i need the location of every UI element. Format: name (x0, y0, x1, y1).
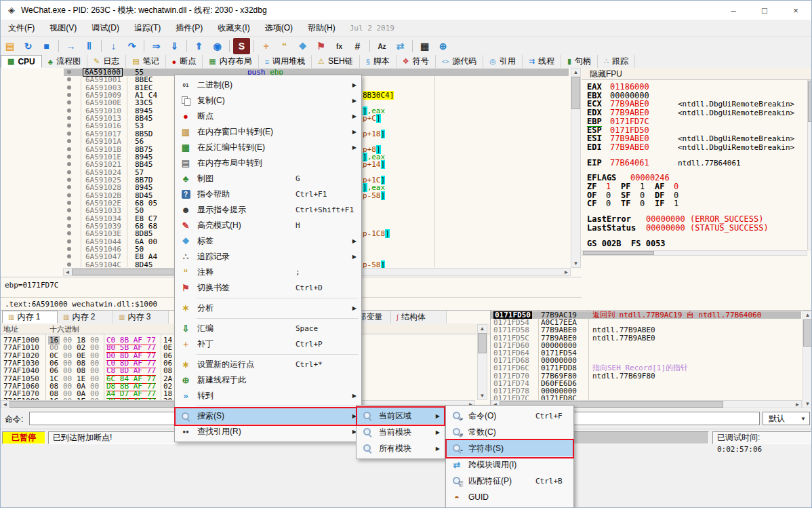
register-row[interactable]: EBP0171FD7C (582, 117, 805, 126)
breakpoint-gutter-dot[interactable] (67, 109, 71, 113)
menu-item-在内存布局中转到[interactable]: ▤在内存布局中转到 (175, 155, 361, 171)
calls-icon[interactable]: ⇄ (392, 38, 409, 54)
menu-item-显示指令提示[interactable]: ☻显示指令提示Ctrl+Shift+F1 (175, 202, 361, 218)
menubar-item-3[interactable]: 追踪(T) (127, 20, 168, 37)
breakpoint-gutter-dot[interactable] (67, 178, 71, 182)
menu-item-转到[interactable]: »转到▶ (175, 388, 361, 404)
label-icon[interactable]: ❖ (294, 38, 311, 54)
calculator-icon[interactable]: ▦ (416, 38, 433, 54)
execute-till-return-icon[interactable]: ⇒ (148, 38, 165, 54)
breakpoint-gutter-dot[interactable] (67, 132, 71, 136)
function-icon[interactable]: fx (331, 38, 348, 54)
register-row[interactable]: OF0SF0DF0 (582, 191, 805, 200)
menu-item-跨模块调用(I)[interactable]: ⇄跨模块调用(I) (446, 456, 573, 473)
disasm-vertical-scrollbar-thumb[interactable] (571, 77, 580, 109)
tab-内存布局[interactable]: ▦内存布局 (203, 55, 258, 68)
tab-CPU[interactable]: ▦CPU (1, 55, 42, 68)
menubar-item-7[interactable]: 帮助(H) (300, 20, 343, 37)
breakpoint-gutter-dot[interactable] (67, 193, 71, 197)
step-out-icon[interactable]: ⇓ (166, 38, 183, 54)
menu-item-二进制(B)[interactable]: 01二进制(B)▶ (175, 77, 361, 93)
tab-断点[interactable]: ●断点 (166, 55, 203, 68)
disasm-horizontal-scrollbar-left-arrow[interactable]: ◄ (64, 269, 70, 276)
tab-调用堆栈[interactable]: ≡调用堆栈 (259, 55, 312, 68)
menu-item-搜索(S)[interactable]: 搜索(S)▶ (175, 408, 361, 424)
breakpoint-gutter-dot[interactable] (67, 216, 71, 220)
breakpoint-gutter-dot[interactable] (67, 170, 71, 174)
breakpoint-gutter-dot[interactable] (67, 155, 71, 159)
dump-tab-内存 2[interactable]: ▥内存 2 (58, 311, 113, 324)
menu-item-断点[interactable]: ●断点▶ (175, 109, 361, 124)
menu-item-新建线程于此[interactable]: ⊕新建线程于此 (175, 372, 361, 388)
breakpoint-gutter-dot[interactable] (67, 139, 71, 143)
breakpoint-gutter-dot[interactable] (67, 239, 71, 243)
stack-value[interactable]: 77B9ABE0 (541, 326, 577, 334)
menu-item-制图[interactable]: ♣制图G (175, 171, 361, 187)
stack-vertical-scrollbar-up-arrow[interactable]: ▲ (805, 312, 811, 319)
tab-SEH链[interactable]: ⚠SEH链 (312, 55, 360, 68)
disasm-vertical-scrollbar-down-arrow[interactable]: ▼ (573, 260, 579, 267)
registers-horizontal-scrollbar-thumb[interactable] (583, 251, 654, 255)
dump-horizontal-scrollbar-left-arrow[interactable]: ◄ (2, 402, 8, 408)
breakpoint-gutter-dot[interactable] (67, 116, 71, 120)
breakpoint-gutter-dot[interactable] (67, 224, 71, 228)
registers-panel[interactable]: 隐藏FPU EAX01186000EBX00000000ECX77B9ABE0<… (582, 68, 812, 310)
stack-value[interactable]: 77B69F80 (541, 372, 577, 380)
tab-流程图[interactable]: ♣流程图 (42, 55, 87, 68)
breakpoint-gutter-dot[interactable] (67, 254, 71, 258)
comment-icon[interactable]: “ (276, 38, 293, 54)
breakpoint-gutter-dot[interactable] (67, 123, 71, 128)
tab-源代码[interactable]: <>源代码 (436, 55, 484, 68)
stop-icon[interactable]: ■ (38, 38, 55, 54)
menu-item-命令(O)[interactable]: >命令(O)Ctrl+F (446, 408, 573, 424)
stack-address[interactable]: 0171FD6C (493, 364, 529, 372)
dump-vertical-scrollbar-thumb[interactable] (478, 333, 487, 353)
menu-item-分析[interactable]: ✶分析▶ (175, 300, 361, 316)
disasm-vertical-scrollbar-up-arrow[interactable]: ▲ (573, 69, 579, 76)
close-button[interactable]: × (780, 1, 811, 20)
breakpoint-gutter-dot[interactable] (67, 262, 71, 267)
menu-item-高亮模式(H)[interactable]: ✎高亮模式(H)H (175, 218, 361, 233)
menu-item-设置新的运行点[interactable]: ∗设置新的运行点Ctrl+* (175, 357, 361, 372)
tab-符号[interactable]: ❖符号 (397, 55, 436, 68)
patch-icon[interactable]: + (258, 38, 275, 54)
register-row[interactable]: EIP77B64061ntdll.77B64061 (582, 159, 805, 168)
menu-item-字符串(S)[interactable]: “字符串(S) (446, 440, 573, 456)
dump-vertical-scrollbar-down-arrow[interactable]: ▼ (479, 393, 485, 399)
register-row[interactable]: LastStatus00000000 (STATUS_SUCCESS) (582, 224, 805, 233)
menu-item-复制(C)[interactable]: 复制(C)▶ (175, 93, 361, 109)
menu-item-在反汇编中转到(E)[interactable]: ▦在反汇编中转到(E)▶ (175, 140, 361, 155)
bookmark-icon[interactable]: ⚑ (312, 38, 329, 54)
register-row[interactable]: ZF1PF1AF0 (582, 182, 805, 191)
minimize-button[interactable]: – (718, 1, 749, 20)
menu-item-追踪记录[interactable]: ∴追踪记录▶ (175, 249, 361, 265)
stack-address[interactable]: 0171FD5C (493, 334, 529, 342)
menubar-item-4[interactable]: 插件(P) (168, 20, 210, 37)
stack-address[interactable]: 0171FD58 (493, 326, 529, 334)
breakpoint-gutter-dot[interactable] (67, 231, 71, 235)
restart-icon[interactable]: ↻ (20, 38, 37, 54)
menu-item-常数(C)[interactable]: #常数(C) (446, 424, 573, 440)
breakpoint-gutter-dot[interactable] (67, 247, 71, 251)
breakpoint-gutter-dot[interactable] (67, 201, 71, 205)
menu-item-GUID[interactable]: ◓GUID (446, 489, 573, 505)
menu-item-在内存窗口中转到(E)[interactable]: ▥在内存窗口中转到(E)▶ (175, 124, 361, 140)
register-row[interactable]: CF0TF0IF1 (582, 199, 805, 208)
menu-item-查找引用(R)[interactable]: ●●查找引用(R)▶ (175, 424, 361, 439)
menubar-item-1[interactable]: 视图(V) (42, 20, 84, 37)
stack-horizontal-scrollbar-right-arrow[interactable]: ► (794, 402, 800, 408)
register-row[interactable]: GS 002B FS 0053 (582, 239, 805, 248)
maximize-button[interactable]: □ (749, 1, 780, 20)
tab-线程[interactable]: ⇉线程 (523, 55, 561, 68)
dump-tab-结构体[interactable]: ∫结构体 (391, 311, 447, 324)
breakpoint-gutter-dot[interactable] (67, 185, 71, 189)
tab-引用[interactable]: ◎引用 (483, 55, 523, 68)
stack-vertical-scrollbar-thumb[interactable] (803, 319, 812, 347)
disasm-horizontal-scrollbar-right-arrow[interactable]: ► (563, 269, 569, 276)
menubar-item-5[interactable]: 收藏夹(I) (210, 20, 257, 37)
menu-item-匹配特征(P)[interactable]: ▒匹配特征(P)Ctrl+B (446, 473, 573, 489)
registers-vertical-scrollbar-thumb[interactable] (808, 81, 812, 122)
breakpoint-gutter-dot[interactable] (67, 147, 71, 151)
run-icon[interactable]: → (62, 38, 79, 54)
strings-icon[interactable]: Az (373, 38, 390, 54)
